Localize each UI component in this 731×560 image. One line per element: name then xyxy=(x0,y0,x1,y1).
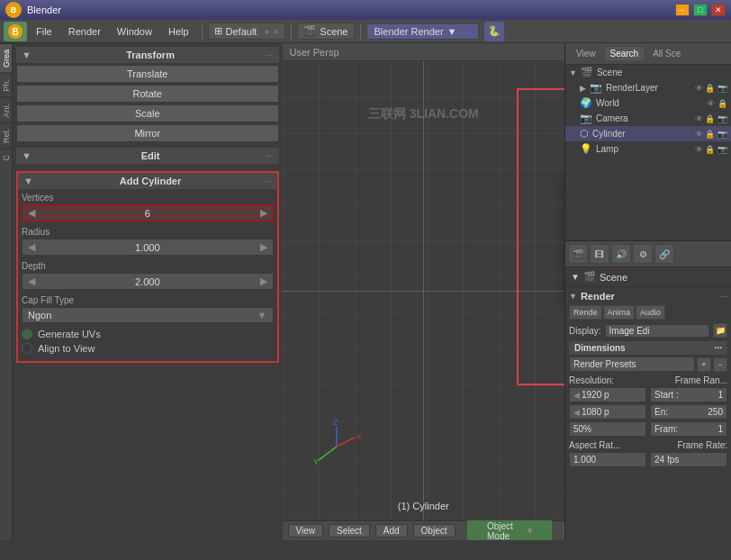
outliner-item-world[interactable]: 🌍 World 👁 🔒 xyxy=(565,95,731,111)
minimize-button[interactable]: − xyxy=(675,4,690,16)
scene-prop-text: Scene xyxy=(600,272,627,283)
outliner-item-lamp[interactable]: 💡 Lamp 👁 🔒 📷 xyxy=(565,141,731,157)
object-button[interactable]: Object xyxy=(413,524,456,537)
align-to-view-checkbox[interactable] xyxy=(22,343,32,354)
radius-left-arrow: ◀ xyxy=(28,241,35,253)
engine-chevron: ▼ xyxy=(447,26,457,37)
scale-button[interactable]: Scale xyxy=(16,104,279,122)
props-btn-2[interactable]: 🎞 xyxy=(590,244,609,264)
generate-uvs-row[interactable]: Generate UVs xyxy=(22,329,274,339)
rl-text: RenderLayer xyxy=(606,83,691,93)
vertices-group: Vertices ◀ 6 ▶ xyxy=(22,193,274,221)
res-x-field[interactable]: ◀ 1920 p xyxy=(569,387,646,402)
grid-center-vertical xyxy=(423,61,424,520)
watermark: 三联网 3LIAN.COM xyxy=(368,106,479,122)
display-field[interactable]: Image Edi xyxy=(605,324,709,338)
outliner-item-renderlayer[interactable]: ▶ 📷 RenderLayer 👁 🔒 📷 xyxy=(565,80,731,95)
side-tab-ani[interactable]: Ani. xyxy=(0,97,12,123)
depth-field[interactable]: ◀ 2.000 ▶ xyxy=(22,273,274,290)
axis-helper-svg: X Y Z xyxy=(310,420,364,474)
side-tab-rel[interactable]: Rel. xyxy=(0,122,12,149)
menu-window[interactable]: Window xyxy=(110,24,159,39)
add-cylinder-header[interactable]: ▼ Add Cylinder ··· xyxy=(18,173,277,189)
outliner-item-scene[interactable]: ▼ 🎬 Scene xyxy=(565,65,731,80)
scene-dropdown[interactable]: 🎬 Scene xyxy=(297,23,354,40)
generate-uvs-checkbox[interactable] xyxy=(22,329,32,339)
frame-value: 1 xyxy=(717,424,723,434)
lamp-icon: 💡 xyxy=(580,143,592,155)
props-btn-4[interactable]: ⚙ xyxy=(633,244,653,264)
side-tab-grea[interactable]: Grea xyxy=(0,43,12,73)
depth-group: Depth ◀ 2.000 ▶ xyxy=(22,261,274,290)
props-btn-1[interactable]: 🎬 xyxy=(568,244,588,264)
close-button[interactable]: ✕ xyxy=(711,4,726,16)
viewport-header: User Persp xyxy=(283,43,565,61)
presets-remove[interactable]: − xyxy=(713,357,727,372)
presets-add[interactable]: + xyxy=(697,357,711,372)
render-tab-anim[interactable]: Anima xyxy=(603,305,636,320)
side-tab-ph[interactable]: Ph. xyxy=(0,73,12,97)
transform-panel-header[interactable]: ▼ Transform ··· xyxy=(16,47,279,63)
render-presets-field[interactable]: Render Presets xyxy=(569,357,695,372)
outliner-tab-allsce[interactable]: All Sce xyxy=(647,47,686,60)
fps-field[interactable]: 24 fps xyxy=(650,452,727,467)
viewport[interactable]: User Persp 三联网 3LIAN.COM xyxy=(283,43,565,540)
layout-dropdown[interactable]: ⊞ Default + × xyxy=(208,23,286,40)
edit-panel-header[interactable]: ▼ Edit ··· xyxy=(16,148,279,164)
scene-text: Scene xyxy=(597,68,727,77)
translate-button[interactable]: Translate xyxy=(16,65,279,83)
mirror-button[interactable]: Mirror xyxy=(16,124,279,142)
side-tab-c[interactable]: C xyxy=(0,149,12,167)
mode-dropdown[interactable]: Object Mode ▼ xyxy=(466,519,554,541)
cylinder-object[interactable] xyxy=(544,106,565,394)
start-field[interactable]: Start : 1 xyxy=(650,387,727,402)
radius-field[interactable]: ◀ 1.000 ▶ xyxy=(22,239,274,256)
camera-controls: 👁 🔒 📷 xyxy=(695,114,727,123)
props-btn-5[interactable]: 🔗 xyxy=(654,244,674,264)
lamp-text: Lamp xyxy=(596,144,691,154)
select-button[interactable]: Select xyxy=(329,524,370,537)
edit-dots: ··· xyxy=(266,151,273,161)
svg-text:X: X xyxy=(356,432,362,441)
scene-icon-prop: ▼ xyxy=(571,272,580,282)
view-button[interactable]: View xyxy=(288,524,324,537)
transform-title: Transform xyxy=(126,50,175,60)
sphere-icon[interactable]: ⊙ xyxy=(562,523,564,539)
radius-label: Radius xyxy=(22,227,274,237)
outliner-tab-search[interactable]: Search xyxy=(605,47,645,60)
maximize-button[interactable]: □ xyxy=(693,4,708,16)
python-icon[interactable]: 🐍 xyxy=(484,22,504,41)
outliner-tab-view[interactable]: View xyxy=(571,47,601,60)
end-field[interactable]: En: 250 xyxy=(650,404,727,420)
engine-dropdown[interactable]: Blender Render ▼ xyxy=(366,23,480,40)
props-btn-3[interactable]: 🔊 xyxy=(611,244,631,264)
add-button[interactable]: Add xyxy=(375,524,408,537)
render-presets-row: Render Presets + − xyxy=(569,357,727,372)
viewport-canvas[interactable]: 三联网 3LIAN.COM xyxy=(283,61,565,520)
blender-icon[interactable]: B xyxy=(4,22,27,41)
rotate-button[interactable]: Rotate xyxy=(16,85,279,103)
display-icon[interactable]: 📁 xyxy=(713,323,727,338)
render-tab-render[interactable]: Rende xyxy=(569,305,602,320)
outliner-item-cylinder[interactable]: ⬡ Cylinder 👁 🔒 📷 xyxy=(565,126,731,141)
res-pct-field[interactable]: 50% xyxy=(569,421,646,437)
outliner-item-camera[interactable]: 📷 Camera 👁 🔒 📷 xyxy=(565,111,731,126)
aspect-x-field[interactable]: 1.000 xyxy=(569,452,646,467)
edit-triangle: ▼ xyxy=(22,150,32,161)
cap-fill-select[interactable]: Ngon ▼ xyxy=(22,307,274,323)
frame-field[interactable]: Fram: 1 xyxy=(650,421,727,437)
render-tab-audio[interactable]: Audio xyxy=(636,305,665,320)
blender-logo: B xyxy=(5,2,22,18)
outliner-tabs: View Search All Sce xyxy=(571,47,686,60)
render-dots: ··· xyxy=(720,292,727,302)
align-to-view-row[interactable]: Align to View xyxy=(22,343,274,354)
menu-help[interactable]: Help xyxy=(161,24,196,39)
res-row-3: 50% Fram: 1 xyxy=(569,421,727,437)
mode-icon xyxy=(473,525,481,537)
cylinder-text: Cylinder xyxy=(592,129,691,139)
render-section: ▼ Render ··· Rende Anima Audio Display: … xyxy=(565,287,731,471)
vertices-field[interactable]: ◀ 6 ▶ xyxy=(22,204,274,221)
res-y-field[interactable]: ◀ 1080 p xyxy=(569,404,646,420)
menu-file[interactable]: File xyxy=(29,24,59,39)
menu-render[interactable]: Render xyxy=(61,24,108,39)
